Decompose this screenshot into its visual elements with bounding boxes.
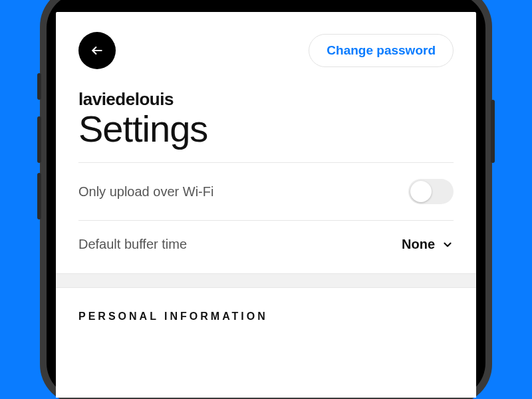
phone-side-button — [37, 173, 41, 219]
toggle-knob — [410, 181, 432, 202]
phone-frame: Change password laviedelouis Settings On… — [40, 0, 492, 399]
change-password-button[interactable]: Change password — [309, 34, 454, 67]
screen: Change password laviedelouis Settings On… — [56, 12, 476, 398]
wifi-only-label: Only upload over Wi-Fi — [78, 184, 213, 200]
setting-row-wifi: Only upload over Wi-Fi — [78, 163, 454, 220]
arrow-left-icon — [90, 44, 104, 57]
buffer-time-label: Default buffer time — [78, 237, 187, 252]
back-button[interactable] — [78, 32, 116, 69]
phone-side-button — [37, 73, 41, 100]
header-row: Change password — [78, 32, 454, 69]
page-title: Settings — [78, 107, 454, 150]
section-separator — [56, 273, 476, 288]
phone-side-button — [491, 100, 495, 163]
phone-side-button — [37, 116, 41, 163]
buffer-time-select[interactable]: None — [402, 237, 454, 252]
setting-row-buffer: Default buffer time None — [78, 221, 454, 268]
phone-inner: Change password laviedelouis Settings On… — [47, 0, 485, 398]
buffer-time-value: None — [402, 237, 435, 252]
chevron-down-icon — [442, 239, 454, 251]
wifi-only-toggle[interactable] — [408, 179, 454, 204]
personal-information-header: PERSONAL INFORMATION — [78, 288, 454, 323]
